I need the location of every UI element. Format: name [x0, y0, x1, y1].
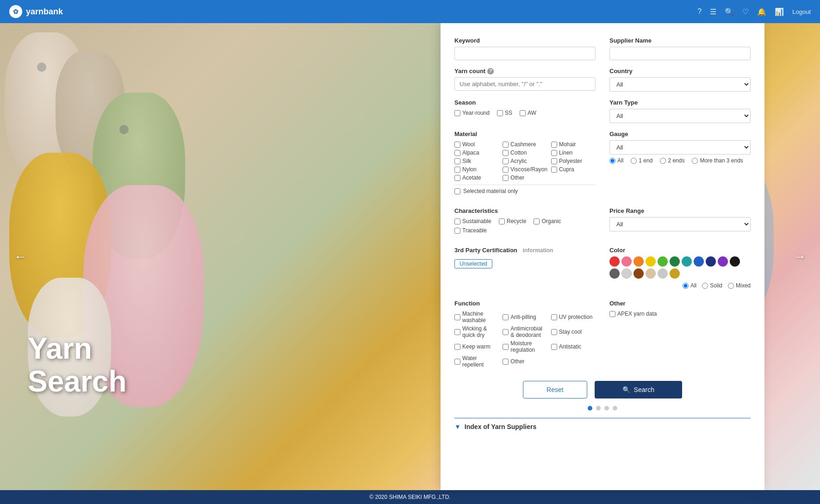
cert-unselected-tag[interactable]: Unselected — [454, 259, 492, 268]
color-solid-radio[interactable] — [702, 283, 708, 289]
reset-button[interactable]: Reset — [523, 381, 587, 398]
color-navy[interactable] — [706, 256, 716, 267]
material-wool[interactable]: Wool — [454, 141, 499, 148]
color-blue[interactable] — [694, 256, 704, 267]
func-anti-pilling[interactable]: Anti-pilling — [503, 311, 547, 324]
func-keep-warm[interactable]: Keep warm — [454, 340, 499, 353]
gauge-2ends[interactable]: 2 ends — [660, 157, 684, 164]
dot-2[interactable] — [596, 406, 601, 411]
color-purple[interactable] — [718, 256, 728, 267]
logo[interactable]: ✿ yarnbank — [9, 5, 63, 18]
logo-icon: ✿ — [9, 5, 22, 18]
color-silver[interactable] — [658, 268, 668, 279]
header: ✿ yarnbank ? ☰ 🔍 ♡ 🔔 📊 Logout — [0, 0, 820, 23]
gauge-select[interactable]: All — [609, 140, 751, 155]
carousel-next-button[interactable]: → — [793, 249, 806, 264]
color-gold[interactable] — [670, 268, 680, 279]
search-icon[interactable]: 🔍 — [725, 7, 734, 16]
cert-info-link[interactable]: information — [522, 247, 553, 254]
color-black[interactable] — [730, 256, 740, 267]
dot-1[interactable] — [588, 406, 592, 411]
color-all-radio[interactable] — [683, 283, 689, 289]
footer: © 2020 SHIMA SEIKI MFG.,LTD. — [0, 490, 820, 504]
dot-4[interactable] — [613, 406, 617, 411]
func-moisture-regulation[interactable]: Moisture regulation — [503, 340, 547, 353]
color-dark-gray[interactable] — [609, 268, 620, 279]
yarn-count-help-icon[interactable]: ? — [487, 68, 494, 75]
material-mohair[interactable]: Mohair — [551, 141, 596, 148]
color-pink[interactable] — [621, 256, 632, 267]
yarn-count-input[interactable] — [454, 77, 596, 91]
material-cupra[interactable]: Cupra — [551, 166, 596, 173]
index-row[interactable]: ▼ Index of Yarn Suppliers — [454, 418, 751, 435]
gauge-more-3ends-radio[interactable] — [692, 158, 698, 164]
char-sustainable[interactable]: Sustainable — [454, 218, 491, 224]
func-wicking-quick-dry[interactable]: Wicking & quick dry — [454, 325, 499, 338]
season-year-round-checkbox[interactable] — [454, 110, 460, 116]
gauge-all-radio[interactable] — [609, 158, 615, 164]
color-red[interactable] — [609, 256, 620, 267]
logout-button[interactable]: Logout — [792, 8, 811, 15]
color-orange[interactable] — [634, 256, 644, 267]
price-range-select[interactable]: All — [609, 217, 751, 231]
material-viscose-rayon[interactable]: Viscose/Rayon — [503, 166, 547, 173]
apex-yarn-checkbox[interactable] — [609, 311, 615, 317]
material-alpaca[interactable]: Alpaca — [454, 149, 499, 156]
apex-yarn-data[interactable]: APEX yarn data — [609, 311, 751, 317]
color-green[interactable] — [670, 256, 680, 267]
color-mixed-radio[interactable] — [728, 283, 734, 289]
color-teal[interactable] — [682, 256, 692, 267]
material-silk[interactable]: Silk — [454, 158, 499, 164]
gauge-2ends-radio[interactable] — [660, 158, 666, 164]
search-button[interactable]: 🔍 Search — [595, 381, 682, 398]
func-other[interactable]: Other — [503, 355, 547, 368]
carousel-prev-button[interactable]: ← — [14, 249, 27, 264]
color-light-gray[interactable] — [621, 268, 632, 279]
color-lime[interactable] — [658, 256, 668, 267]
color-filter-mixed[interactable]: Mixed — [728, 282, 751, 289]
material-polyester[interactable]: Polyester — [551, 158, 596, 164]
season-aw-checkbox[interactable] — [520, 110, 526, 116]
help-icon[interactable]: ? — [697, 7, 702, 16]
keyword-input[interactable] — [454, 47, 596, 60]
gauge-1end-radio[interactable] — [631, 158, 637, 164]
func-antistatic[interactable]: Antistatic — [551, 340, 596, 353]
selected-material-only-checkbox[interactable] — [454, 188, 460, 194]
material-acetate[interactable]: Acetate — [454, 174, 499, 181]
color-filter-solid[interactable]: Solid — [702, 282, 722, 289]
func-water-repellent[interactable]: Water repellent — [454, 355, 499, 368]
func-uv-protection[interactable]: UV protection — [551, 311, 596, 324]
func-antimicrobial-deodorant[interactable]: Antimicrobial & deodorant — [503, 325, 547, 338]
material-linen[interactable]: Linen — [551, 149, 596, 156]
char-recycle[interactable]: Recycle — [499, 218, 527, 224]
notifications-icon[interactable]: 🔔 — [757, 7, 766, 16]
material-cotton[interactable]: Cotton — [503, 149, 547, 156]
season-year-round[interactable]: Year-round — [454, 110, 490, 116]
gauge-all[interactable]: All — [609, 157, 623, 164]
material-other[interactable]: Other — [503, 174, 547, 181]
menu-icon[interactable]: ☰ — [710, 7, 716, 16]
func-machine-washable[interactable]: Machine washable — [454, 311, 499, 324]
season-aw[interactable]: AW — [520, 110, 536, 116]
material-gauge-row: Material Wool Cashmere Mohair Alpaca Cot… — [454, 131, 751, 200]
season-ss[interactable]: SS — [497, 110, 512, 116]
favorites-icon[interactable]: ♡ — [742, 7, 749, 16]
dot-3[interactable] — [604, 406, 609, 411]
color-brown[interactable] — [634, 268, 644, 279]
material-acrylic[interactable]: Acrylic — [503, 158, 547, 164]
color-filter-all[interactable]: All — [683, 282, 696, 289]
chart-icon[interactable]: 📊 — [775, 7, 784, 16]
char-traceable[interactable]: Traceable — [454, 227, 487, 234]
material-cashmere[interactable]: Cashmere — [503, 141, 547, 148]
yarn-type-select[interactable]: All — [609, 109, 751, 123]
func-stay-cool[interactable]: Stay cool — [551, 325, 596, 338]
gauge-more-than-3-ends[interactable]: More than 3 ends — [692, 157, 743, 164]
country-select[interactable]: All — [609, 77, 751, 92]
gauge-1end[interactable]: 1 end — [631, 157, 652, 164]
material-nylon[interactable]: Nylon — [454, 166, 499, 173]
season-ss-checkbox[interactable] — [497, 110, 503, 116]
color-beige[interactable] — [646, 268, 656, 279]
color-yellow[interactable] — [646, 256, 656, 267]
supplier-name-input[interactable] — [609, 47, 751, 60]
char-organic[interactable]: Organic — [534, 218, 561, 224]
